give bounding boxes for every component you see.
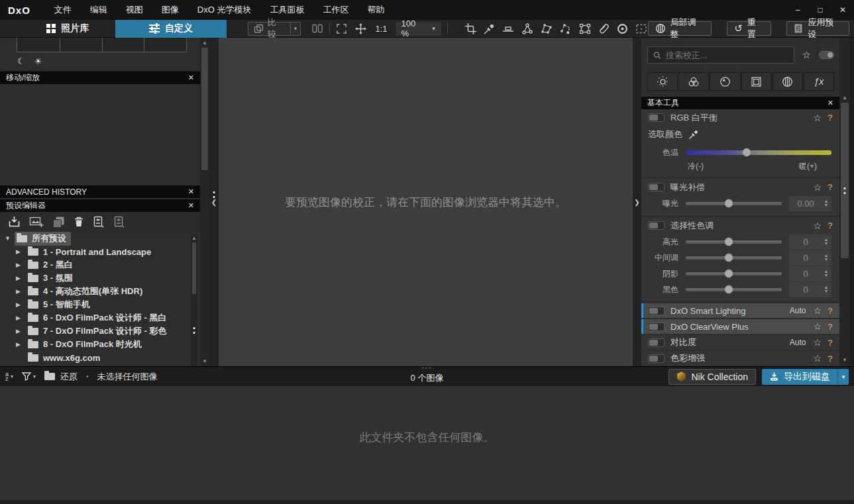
correction-tool-row[interactable]: 色彩增强 ☆ ? <box>641 351 839 366</box>
left-splitter-handle[interactable] <box>213 191 215 198</box>
active-corrections-toggle[interactable] <box>819 51 834 59</box>
compare-dropdown[interactable]: ▾ <box>291 22 301 36</box>
temperature-slider[interactable] <box>686 150 831 155</box>
create-preset-from-image-icon[interactable] <box>29 216 44 228</box>
preset-tree-item[interactable]: www.x6g.com <box>0 351 200 364</box>
exposure-help-icon[interactable]: ? <box>827 182 833 192</box>
preset-tree-item[interactable]: 4 - 高动态范围(单张 HDR) <box>0 285 200 298</box>
expand-right-panel-icon[interactable]: ❯ <box>633 199 641 206</box>
palette-tab-detail[interactable] <box>710 72 740 91</box>
tool-row-checkbox[interactable] <box>648 354 665 363</box>
tool-row-help-icon[interactable]: ? <box>827 354 833 364</box>
palette-tab-local-adjustments[interactable] <box>773 72 803 91</box>
tree-expander-icon[interactable] <box>16 341 26 348</box>
tool-row-help-icon[interactable]: ? <box>827 338 833 348</box>
preset-tree-item[interactable]: 8 - DxO FilmPack 时光机 <box>0 338 200 351</box>
tool-row-checkbox[interactable] <box>648 323 665 331</box>
right-scroll-down-icon[interactable]: ▼ <box>839 357 850 363</box>
tone-slider-thumb[interactable] <box>725 254 733 262</box>
minimize-button[interactable]: – <box>786 0 809 20</box>
menu-item[interactable]: 视图 <box>117 0 152 20</box>
tone-value-box[interactable]: 0 ▲▼ <box>789 266 831 281</box>
current-folder[interactable]: 还原 <box>44 371 78 383</box>
nik-collection-button[interactable]: Nik Collection <box>668 369 756 385</box>
exposure-checkbox[interactable] <box>648 183 665 191</box>
tree-expander-icon[interactable] <box>16 328 26 334</box>
menu-item[interactable]: 文件 <box>45 0 81 20</box>
zoom-1to1-button[interactable]: 1:1 <box>375 24 387 34</box>
tone-value-box[interactable]: 0 ▲▼ <box>789 234 831 250</box>
preset-tree-item[interactable]: 3 - 氛围 <box>0 272 200 285</box>
tree-splitter-handle[interactable] <box>193 327 195 334</box>
highlight-clipping-icon[interactable]: ☀ <box>34 56 42 66</box>
left-panel-scrollbar[interactable]: ▲ ▼ <box>200 38 209 366</box>
tone-slider-thumb[interactable] <box>725 238 733 246</box>
browser-resize-handle[interactable]: ··· <box>422 364 433 372</box>
tree-expander-icon[interactable] <box>16 275 26 281</box>
perspective-tool-icon[interactable] <box>578 23 592 35</box>
preset-tree-item[interactable]: 6 - DxO FilmPack 设计师 - 黑白 <box>0 311 200 325</box>
zoom-level-select[interactable]: 100 % ▾ <box>396 22 441 36</box>
control-line-tool-icon[interactable] <box>559 23 572 35</box>
red-eye-tool-icon[interactable] <box>616 23 629 35</box>
search-correction-input[interactable] <box>666 50 788 60</box>
tone-slider-thumb[interactable] <box>725 285 733 294</box>
preset-editor-close-icon[interactable]: ✕ <box>188 201 194 210</box>
spin-down-icon[interactable]: ▼ <box>824 258 829 262</box>
right-panel-scrollbar[interactable]: ▲ ▼ <box>839 38 850 366</box>
palette-tab-geometry[interactable] <box>741 72 772 91</box>
preset-tree-scrollbar[interactable]: ▲ <box>191 234 197 366</box>
right-splitter-handle[interactable] <box>844 187 846 194</box>
tone-slider[interactable] <box>686 240 782 244</box>
selective-tone-help-icon[interactable]: ? <box>827 221 833 230</box>
control-point-tool-icon[interactable] <box>521 23 534 35</box>
palette-tab-color[interactable] <box>678 72 709 91</box>
filter-button[interactable]: ▾ <box>22 372 36 381</box>
preset-tree-item[interactable]: 1 - Portrait and Landscape <box>0 245 200 258</box>
new-partial-preset-icon[interactable] <box>93 216 105 228</box>
collapse-left-panel-icon[interactable]: ❮ <box>209 199 219 206</box>
tool-row-help-icon[interactable]: ? <box>827 306 833 316</box>
local-adjustments-button[interactable]: 局部调整 <box>648 21 712 36</box>
exposure-slider[interactable] <box>686 202 782 205</box>
export-dropdown[interactable]: ▾ <box>837 369 849 385</box>
split-view-icon[interactable] <box>311 23 323 34</box>
sort-button[interactable]: az ▾ <box>5 372 13 381</box>
apply-preset-button[interactable]: 应用预设 <box>786 21 849 36</box>
preset-tree-item[interactable]: 7 - DxO FilmPack 设计师 - 彩色 <box>0 325 200 338</box>
tone-slider-thumb[interactable] <box>725 270 733 278</box>
spin-down-icon[interactable]: ▼ <box>824 203 829 207</box>
temperature-slider-thumb[interactable] <box>743 148 751 157</box>
correction-tool-row[interactable]: DxO Smart Lighting Auto ☆ ? <box>641 303 839 318</box>
tone-value-box[interactable]: 0 ▲▼ <box>789 250 831 266</box>
shadow-clipping-icon[interactable]: ☾ <box>17 56 25 66</box>
color-picker-icon[interactable] <box>688 129 699 140</box>
menu-item[interactable]: 工作区 <box>313 0 358 20</box>
local-selection-tool-icon[interactable] <box>635 23 648 35</box>
tone-slider[interactable] <box>686 256 782 260</box>
spin-down-icon[interactable]: ▼ <box>824 289 829 293</box>
left-scroll-up-icon[interactable]: ▲ <box>200 40 209 46</box>
reset-button[interactable]: ↺ 重置 <box>727 21 771 36</box>
tree-expander-icon[interactable] <box>16 262 26 268</box>
tool-row-help-icon[interactable]: ? <box>827 322 833 332</box>
horizon-tool-icon[interactable] <box>502 23 515 35</box>
palette-tab-light[interactable] <box>647 72 678 91</box>
menu-item[interactable]: DxO 光学模块 <box>188 0 261 20</box>
tool-row-favorite-icon[interactable]: ☆ <box>813 305 822 316</box>
white-balance-help-icon[interactable]: ? <box>827 113 833 123</box>
tree-expander-icon[interactable] <box>16 301 26 308</box>
compare-button[interactable]: 比较 <box>248 22 291 36</box>
delete-preset-icon[interactable] <box>74 216 84 228</box>
right-scroll-up-icon[interactable]: ▲ <box>839 95 850 101</box>
tree-expander-icon[interactable] <box>16 288 26 295</box>
exposure-slider-thumb[interactable] <box>725 199 733 208</box>
tone-slider[interactable] <box>686 288 782 291</box>
tab-customize[interactable]: 自定义 <box>115 20 226 38</box>
tree-scrollbar-thumb[interactable] <box>192 242 196 294</box>
correction-tool-row[interactable]: 对比度 Auto ☆ ? <box>641 335 839 350</box>
export-to-disk-button[interactable]: 导出到磁盘 <box>762 369 837 385</box>
tool-row-favorite-icon[interactable]: ☆ <box>813 321 822 332</box>
preset-tree-item[interactable]: 2 - 黑白 <box>0 258 200 272</box>
tree-expander-icon[interactable] <box>5 235 15 242</box>
